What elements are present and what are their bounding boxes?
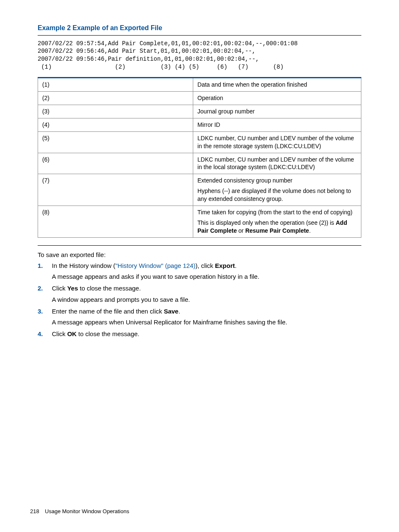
page-number: 218 bbox=[30, 508, 39, 514]
field-key: (5) bbox=[38, 131, 193, 153]
table-row: (1)Data and time when the operation fini… bbox=[38, 78, 361, 92]
bold-text: Save bbox=[164, 308, 179, 315]
table-row: (7)Extended consistency group numberHyph… bbox=[38, 174, 361, 206]
field-description: Time taken for copying (from the start t… bbox=[193, 206, 361, 237]
step-text: Click Yes to close the message. bbox=[52, 284, 361, 293]
field-description: LDKC number, CU number and LDEV number o… bbox=[193, 153, 361, 174]
field-description-table: (1)Data and time when the operation fini… bbox=[38, 77, 361, 237]
step-text: A message appears when Universal Replica… bbox=[52, 318, 361, 326]
field-key: (8) bbox=[38, 206, 193, 237]
step-number: 1. bbox=[38, 262, 43, 270]
bold-text: Resume Pair Complete bbox=[245, 227, 309, 234]
step-item: 4.Click OK to close the message. bbox=[38, 330, 361, 338]
bold-text: OK bbox=[67, 330, 77, 337]
step-number: 2. bbox=[38, 284, 43, 293]
table-row: (8)Time taken for copying (from the star… bbox=[38, 206, 361, 237]
step-number: 4. bbox=[38, 330, 43, 338]
section-title: Usage Monitor Window Operations bbox=[45, 508, 129, 514]
cross-reference-link[interactable]: "History Window" (page 124) bbox=[115, 262, 196, 269]
field-description: Mirror ID bbox=[193, 118, 361, 131]
example-heading: Example 2 Example of an Exported File bbox=[38, 23, 361, 33]
section-rule bbox=[38, 245, 361, 246]
step-text: A window appears and prompts you to save… bbox=[52, 296, 361, 304]
bold-text: Export bbox=[215, 262, 235, 269]
exported-file-example: 2007/02/22 09:57:54,Add Pair Complete,01… bbox=[38, 40, 361, 72]
step-text: A message appears and asks if you want t… bbox=[52, 272, 361, 281]
field-key: (4) bbox=[38, 118, 193, 131]
field-description: Journal group number bbox=[193, 105, 361, 118]
page: Example 2 Example of an Exported File 20… bbox=[0, 0, 399, 532]
bold-text: Yes bbox=[67, 285, 78, 292]
table-row: (2)Operation bbox=[38, 92, 361, 105]
heading-rule bbox=[38, 35, 361, 36]
table-row: (6)LDKC number, CU number and LDEV numbe… bbox=[38, 153, 361, 174]
step-item: 1.In the History window ("History Window… bbox=[38, 262, 361, 281]
field-key: (1) bbox=[38, 78, 193, 92]
step-text: Enter the name of the file and then clic… bbox=[52, 307, 361, 316]
table-row: (4)Mirror ID bbox=[38, 118, 361, 131]
page-footer: 218 Usage Monitor Window Operations bbox=[30, 508, 129, 515]
procedure-steps: 1.In the History window ("History Window… bbox=[38, 262, 361, 339]
step-item: 2.Click Yes to close the message.A windo… bbox=[38, 284, 361, 304]
step-item: 3.Enter the name of the file and then cl… bbox=[38, 307, 361, 327]
field-key: (2) bbox=[38, 92, 193, 105]
field-description: Data and time when the operation finishe… bbox=[193, 78, 361, 92]
step-text: Click OK to close the message. bbox=[52, 330, 361, 338]
procedure-intro: To save an exported file: bbox=[38, 251, 361, 259]
field-description: Operation bbox=[193, 92, 361, 105]
table-row: (3)Journal group number bbox=[38, 105, 361, 118]
field-key: (7) bbox=[38, 174, 193, 206]
field-description: LDKC number, CU number and LDEV number o… bbox=[193, 131, 361, 153]
field-key: (3) bbox=[38, 105, 193, 118]
step-text: In the History window ("History Window" … bbox=[52, 262, 361, 270]
field-description: Extended consistency group numberHyphens… bbox=[193, 174, 361, 206]
table-row: (5)LDKC number, CU number and LDEV numbe… bbox=[38, 131, 361, 153]
field-key: (6) bbox=[38, 153, 193, 174]
step-number: 3. bbox=[38, 307, 43, 316]
